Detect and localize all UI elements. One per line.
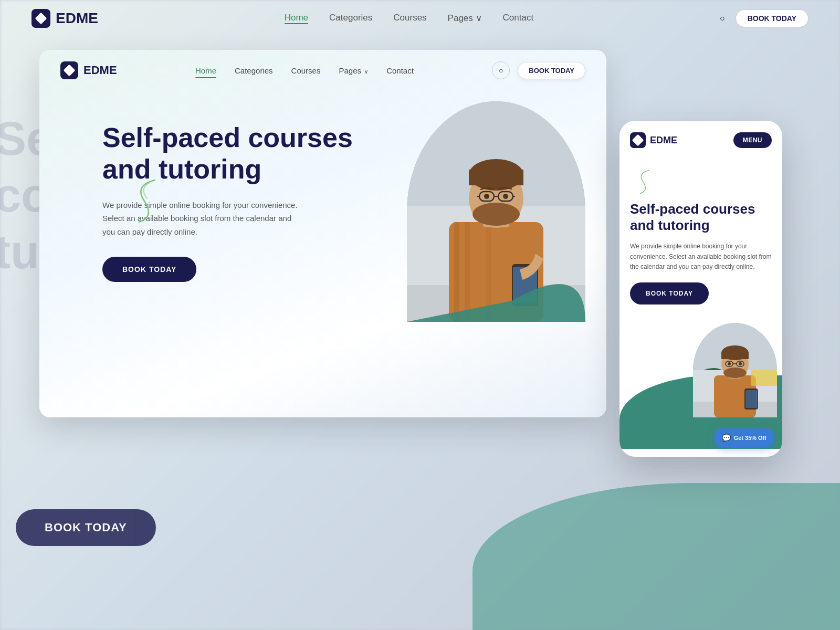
desktop-hero: Self-paced courses and tutoring We provi… — [39, 91, 606, 416]
mobile-mockup-card: EDME MENU Self-paced courses and tutorin… — [620, 121, 782, 457]
bg-nav-right: ○ BOOK TODAY — [720, 9, 808, 27]
desktop-nav-right: ○ BOOK TODAY — [492, 61, 585, 79]
bg-logo-text: EDME — [56, 10, 98, 27]
svg-rect-36 — [721, 352, 749, 359]
diamond-icon — [35, 13, 47, 25]
bg-logo-icon — [32, 9, 50, 28]
bg-nav-contact: Contact — [503, 13, 534, 24]
svg-rect-45 — [751, 370, 777, 386]
desktop-nav-home[interactable]: Home — [195, 66, 216, 75]
person-illustration — [407, 101, 585, 322]
search-button[interactable]: ○ — [492, 61, 510, 79]
search-icon: ○ — [499, 66, 503, 75]
mobile-nav: EDME MENU — [620, 121, 782, 160]
desktop-book-today-button[interactable]: BOOK TODAY — [518, 62, 585, 79]
discount-badge[interactable]: 💬 Get 35% Off — [714, 428, 774, 447]
mobile-person-illustration — [693, 323, 777, 417]
desktop-nav: EDME Home Categories Courses Pages ∨ Con… — [39, 50, 606, 91]
bg-nav-pages: Pages ∨ — [448, 13, 482, 24]
svg-point-37 — [723, 368, 747, 378]
desktop-diamond-icon — [64, 65, 76, 77]
background-nav: EDME Home Categories Courses Pages ∨ Con… — [0, 0, 840, 37]
desktop-logo-text: EDME — [83, 64, 117, 77]
desktop-logo-icon — [60, 61, 78, 79]
svg-rect-15 — [469, 170, 523, 185]
mobile-logo-text: EDME — [650, 135, 677, 146]
bg-nav-home: Home — [285, 13, 308, 24]
mobile-logo: EDME — [630, 132, 677, 148]
svg-rect-9 — [454, 222, 459, 322]
discount-label: Get 35% Off — [734, 435, 766, 441]
svg-rect-44 — [746, 390, 757, 408]
desktop-person-photo — [407, 101, 585, 322]
bg-logo: EDME — [32, 9, 98, 28]
bg-book-button: BOOK TODAY — [736, 9, 808, 27]
bg-search-icon: ○ — [720, 14, 725, 23]
svg-point-16 — [472, 203, 520, 226]
desktop-mockup-card: EDME Home Categories Courses Pages ∨ Con… — [39, 50, 606, 417]
mobile-hero: Self-paced courses and tutoring We provi… — [620, 160, 782, 323]
desktop-nav-categories[interactable]: Categories — [235, 66, 273, 75]
swirl-decoration — [123, 175, 165, 227]
desktop-hero-book-button[interactable]: BOOK TODAY — [102, 257, 196, 282]
desktop-nav-courses[interactable]: Courses — [291, 66, 321, 75]
desktop-nav-pages[interactable]: Pages ∨ — [339, 66, 368, 75]
svg-rect-10 — [465, 222, 470, 322]
svg-point-23 — [503, 194, 508, 199]
desktop-hero-image-area — [353, 112, 585, 395]
mobile-swirl-decoration — [630, 167, 656, 196]
mobile-hero-subtitle: We provide simple online booking for you… — [630, 242, 772, 272]
bg-book-today-button: BOOK TODAY — [16, 509, 156, 546]
bg-book-today-label: BOOK TODAY — [45, 521, 127, 534]
desktop-nav-links: Home Categories Courses Pages ∨ Contact — [195, 66, 414, 75]
chat-bubble-icon: 💬 — [722, 434, 731, 442]
mobile-hero-title: Self-paced courses and tutoring — [630, 201, 772, 234]
desktop-logo: EDME — [60, 61, 117, 79]
mobile-menu-button[interactable]: MENU — [733, 132, 772, 148]
svg-point-22 — [484, 194, 489, 199]
bg-nav-courses: Courses — [393, 13, 426, 24]
mobile-hero-book-button[interactable]: BOOK TODAY — [630, 282, 709, 304]
mobile-person-photo — [693, 323, 777, 417]
svg-point-41 — [728, 362, 731, 365]
desktop-image-circle — [407, 101, 585, 322]
mobile-logo-icon — [630, 132, 646, 148]
desktop-hero-content: Self-paced courses and tutoring We provi… — [102, 112, 353, 395]
bg-nav-categories: Categories — [329, 13, 372, 24]
svg-point-42 — [739, 362, 742, 365]
desktop-nav-contact[interactable]: Contact — [386, 66, 414, 75]
mobile-image-circle — [693, 323, 777, 417]
bg-nav-links: Home Categories Courses Pages ∨ Contact — [285, 13, 533, 24]
pages-dropdown-arrow: ∨ — [364, 69, 368, 75]
mobile-diamond-icon — [632, 134, 644, 146]
